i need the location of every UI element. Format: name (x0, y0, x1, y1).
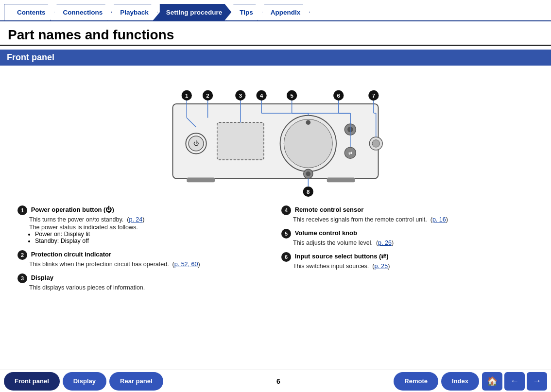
svg-point-17 (306, 171, 311, 176)
btn-rear-panel[interactable]: Rear panel (109, 372, 163, 391)
svg-rect-6 (217, 122, 264, 160)
tab-tips[interactable]: Tips (226, 4, 262, 20)
page-number: 6 (276, 377, 280, 385)
tab-appendix[interactable]: Appendix (258, 4, 310, 20)
desc-col-left: 1 Power operation button (⏻) This turns … (12, 205, 276, 297)
svg-rect-0 (172, 104, 378, 179)
device-illustration: ⏻ ⇄ 1 2 3 4 (154, 73, 397, 200)
tab-setting-procedure[interactable]: Setting procedure (153, 4, 232, 20)
svg-text:5: 5 (290, 93, 293, 99)
home-icon-btn[interactable]: 🏠 (482, 372, 502, 391)
bottom-nav-left: Front panel Display Rear panel (4, 372, 163, 391)
svg-point-8 (284, 119, 332, 168)
svg-text:8: 8 (307, 189, 310, 195)
svg-text:6: 6 (337, 93, 340, 99)
btn-remote[interactable]: Remote (394, 372, 438, 391)
bottom-nav: Front panel Display Rear panel 6 Remote … (0, 370, 551, 392)
svg-text:⇄: ⇄ (348, 151, 352, 156)
desc-item-3: 3 Display This displays various pieces o… (17, 273, 270, 291)
desc-item-5: 5 Volume control knob This adjusts the v… (281, 229, 534, 246)
forward-icon-btn[interactable]: → (527, 372, 547, 391)
btn-display[interactable]: Display (63, 372, 106, 391)
desc-col-right: 4 Remote control sensor This receives si… (276, 205, 539, 297)
btn-index[interactable]: Index (441, 372, 479, 391)
svg-rect-2 (327, 178, 355, 183)
top-nav: Contents Connections Playback Setting pr… (0, 0, 551, 21)
bottom-nav-right: Remote Index 🏠 ← → (394, 372, 547, 391)
section-header: Front panel (0, 50, 551, 66)
front-panel-diagram: ⏻ ⇄ 1 2 3 4 (0, 66, 551, 202)
back-icon-btn[interactable]: ← (504, 372, 525, 391)
descriptions-section: 1 Power operation button (⏻) This turns … (0, 202, 551, 301)
svg-text:3: 3 (239, 93, 242, 99)
svg-point-9 (306, 120, 311, 125)
desc-item-6: 6 Input source select buttons (⇄) This s… (281, 252, 534, 270)
svg-point-15 (372, 140, 379, 147)
desc-item-2: 2 Protection circuit indicator This blin… (17, 250, 270, 268)
bottom-icon-group: 🏠 ← → (482, 372, 547, 391)
desc-item-1: 1 Power operation button (⏻) This turns … (17, 205, 270, 244)
page-title: Part names and functions (0, 21, 551, 46)
tab-connections[interactable]: Connections (50, 4, 112, 20)
desc-item-4: 4 Remote control sensor This receives si… (281, 205, 534, 223)
tab-contents[interactable]: Contents (4, 4, 55, 20)
svg-text:4: 4 (260, 93, 263, 99)
tab-playback[interactable]: Playback (107, 4, 158, 20)
svg-text:2: 2 (206, 93, 209, 99)
svg-rect-1 (187, 178, 215, 183)
svg-text:7: 7 (372, 93, 375, 99)
btn-front-panel[interactable]: Front panel (4, 372, 60, 391)
svg-text:⏻: ⏻ (193, 140, 199, 146)
svg-text:1: 1 (185, 93, 189, 99)
